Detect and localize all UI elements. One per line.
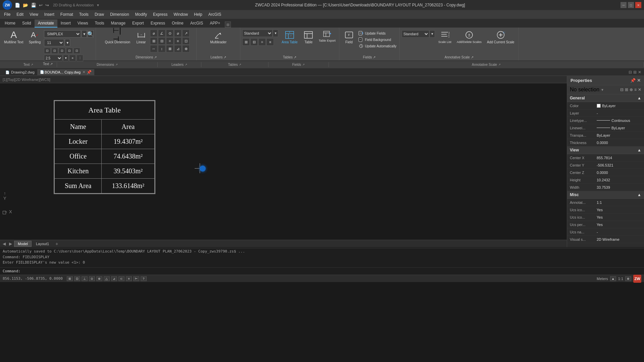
font-search-btn[interactable]: 🔍 — [88, 30, 94, 38]
multileader-button[interactable]: Multileader — [208, 29, 229, 46]
zoom-status-btn[interactable]: ⊕ — [625, 276, 631, 281]
field-background-button[interactable]: F Field Background — [358, 37, 397, 43]
properties-close-btn[interactable]: ✕ — [637, 78, 641, 83]
linear-button[interactable]: ↔ Linear — [134, 29, 149, 46]
text-style-btn-4[interactable]: ⊡ — [66, 48, 73, 54]
maximize-button[interactable]: □ — [628, 2, 634, 8]
quick-dimension-button[interactable]: ⊢|⊣ Quick Dimension — [103, 29, 132, 46]
quick-access-redo[interactable]: ↪ — [45, 3, 49, 8]
viewport-restore-btn[interactable]: ⊟ — [629, 70, 632, 75]
polar-status-btn[interactable]: ⊙ — [89, 276, 95, 281]
file-tab-boundary[interactable]: 📄 BOUNDA... Copy.dwg ✕ 📌 — [37, 69, 94, 75]
close-button[interactable]: ✕ — [635, 2, 641, 8]
menu-tools[interactable]: Tools — [77, 11, 91, 17]
dim-btn-2[interactable]: ∠ — [158, 30, 165, 37]
add-layout-btn[interactable]: + — [53, 241, 60, 246]
text-expand-icon[interactable]: ↗ — [31, 63, 33, 66]
no-selection-dropdown[interactable]: No selection ▼ — [570, 87, 604, 93]
text-style-btn-1[interactable]: ⊡ — [44, 48, 51, 54]
menu-edit[interactable]: Edit — [14, 11, 26, 17]
table-small-btn-1[interactable]: ⊞ — [242, 38, 250, 46]
dim-btn-4[interactable]: ⌀ — [174, 30, 182, 37]
general-section-collapse[interactable]: ▲ — [637, 96, 641, 100]
viewport-max-btn[interactable]: ⊞ — [633, 70, 637, 75]
command-input[interactable] — [22, 269, 641, 273]
text-size-dropdown-arrow[interactable]: ▼ — [65, 39, 70, 46]
dimensions-group-expand[interactable]: ↗ — [154, 55, 157, 59]
table-small-btn-2[interactable]: ⊟ — [250, 38, 258, 46]
tpmode-status-btn[interactable]: ⊢ — [133, 276, 139, 281]
misc-section-header[interactable]: Misc ▲ — [567, 191, 644, 199]
grid-status-btn[interactable]: ⊞ — [67, 276, 73, 281]
text-align-btn[interactable]: ≡ — [69, 55, 76, 61]
menu-file[interactable]: File — [1, 11, 13, 17]
quick-access-save[interactable]: 💾 — [31, 3, 36, 8]
view-section-header[interactable]: View ▲ — [567, 146, 644, 154]
ducs-status-btn[interactable]: ⊿ — [111, 276, 117, 281]
leaders-expand-icon[interactable]: ↗ — [185, 63, 187, 66]
layout1-tab[interactable]: Layout1 — [32, 241, 53, 247]
tab-insert[interactable]: Insert — [57, 19, 74, 28]
menu-draw[interactable]: Draw — [92, 11, 107, 17]
menu-window[interactable]: Window — [171, 11, 191, 17]
snap-status-btn[interactable]: ⊡ — [74, 276, 80, 281]
area-table-button[interactable]: AΣm² Area Table — [280, 29, 300, 46]
file-tab-boundary-close[interactable]: ✕ — [83, 70, 85, 74]
text-style-btn-2[interactable]: ⊡ — [51, 48, 58, 54]
menu-express[interactable]: Express — [150, 11, 170, 17]
update-auto-button[interactable]: Update Automatically — [358, 43, 397, 49]
leaders-group-expand[interactable]: ↗ — [224, 55, 226, 59]
tab-annotate[interactable]: Annotate — [35, 19, 57, 28]
text-style-btn-3[interactable]: ⊡ — [59, 48, 65, 54]
minimize-button[interactable]: ─ — [621, 2, 627, 8]
tab-online[interactable]: Online — [168, 19, 187, 28]
tab-views[interactable]: Views — [74, 19, 92, 28]
dimensions-expand-icon[interactable]: ↗ — [115, 63, 118, 66]
menu-modify[interactable]: Modify — [133, 11, 150, 17]
misc-section-collapse[interactable]: ▲ — [637, 192, 641, 197]
viewport-close-btn[interactable]: ✕ — [638, 70, 641, 75]
prop-icon-2[interactable]: ⊞ — [625, 87, 628, 92]
dynin-status-btn[interactable]: ⊂ — [118, 276, 125, 281]
app-status-badge[interactable]: ZW — [633, 275, 641, 283]
table-style-dropdown[interactable]: Standard — [242, 30, 273, 37]
font-dropdown[interactable]: SIMPLEX — [44, 30, 81, 38]
dim-btn-11[interactable]: ↔ — [150, 45, 157, 52]
tab-prev-btn[interactable]: ◀ — [1, 241, 7, 247]
tab-express[interactable]: Express — [147, 19, 168, 28]
scale-list-button[interactable]: 123 Scale List — [436, 29, 453, 45]
fields-expand-icon[interactable]: ↗ — [302, 63, 305, 66]
menu-dimension[interactable]: Dimension — [107, 11, 132, 17]
multiline-text-button[interactable]: A Multiline Text — [2, 29, 26, 46]
table-small-btn-4[interactable]: ≡ — [266, 38, 274, 46]
ann-style-dropdown[interactable]: Standard — [402, 30, 429, 38]
ann-scale-status-btn[interactable]: ▲ — [610, 276, 616, 281]
prop-icon-5[interactable]: ✕ — [638, 87, 641, 92]
dim-btn-6[interactable]: ⊞ — [150, 37, 157, 45]
text-size-dropdown[interactable]: 11 — [44, 39, 64, 46]
prop-icon-4[interactable]: ≡ — [634, 87, 637, 92]
menu-format[interactable]: Format — [58, 11, 76, 17]
model-tab[interactable]: Model — [14, 241, 32, 247]
tables-expand-icon[interactable]: ↗ — [239, 63, 241, 66]
menu-arcgis[interactable]: ArcGIS — [206, 11, 224, 17]
quick-access-undo[interactable]: ↩ — [39, 3, 43, 8]
dim-btn-3[interactable]: ⊙ — [166, 30, 174, 37]
dim-btn-15[interactable]: ⊕ — [182, 45, 190, 52]
tab-home[interactable]: Home — [1, 19, 19, 28]
add-delete-scales-button[interactable]: ± Add/Delete Scales — [455, 29, 484, 45]
tab-tools[interactable]: Tools — [92, 19, 108, 28]
dim-btn-9[interactable]: ≡ — [174, 37, 182, 45]
text-style-btn-5[interactable]: ⊡ — [73, 48, 80, 54]
table-export-button[interactable]: Table Export — [317, 29, 337, 44]
tab-solid[interactable]: Solid — [19, 19, 35, 28]
otrack-status-btn[interactable]: △ — [104, 276, 110, 281]
text-extra-btn[interactable]: ⋮ — [77, 55, 83, 61]
dim-btn-14[interactable]: ⊿ — [174, 45, 182, 52]
menu-help[interactable]: Help — [191, 11, 205, 17]
tab-next-btn[interactable]: ▶ — [8, 241, 13, 247]
font-dropdown-arrow[interactable]: ▼ — [82, 30, 87, 38]
text-size-small-arrow[interactable]: ▼ — [63, 55, 68, 61]
table-small-btn-3[interactable]: ⌗ — [258, 38, 266, 46]
table-button[interactable]: Table — [301, 29, 316, 46]
